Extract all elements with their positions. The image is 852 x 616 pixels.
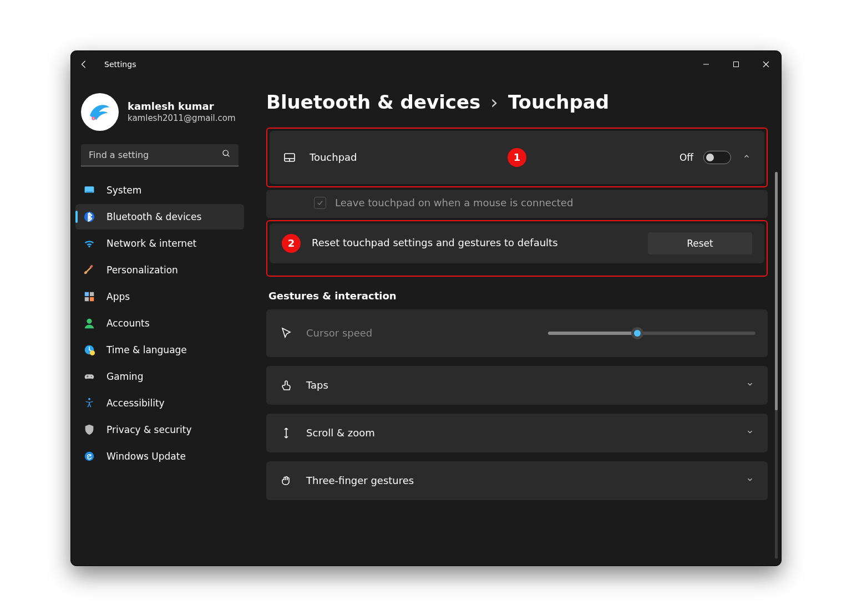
leave-touchpad-on-label: Leave touchpad on when a mouse is connec… (335, 197, 573, 208)
bluetooth-icon (82, 211, 97, 223)
three-finger-label: Three-finger gestures (306, 475, 732, 486)
chevron-up-icon[interactable] (741, 152, 752, 162)
shield-icon (82, 424, 97, 436)
scroll-zoom-icon (278, 426, 294, 440)
scroll-zoom-card[interactable]: Scroll & zoom (266, 414, 768, 452)
profile-name: kamlesh kumar (128, 100, 236, 112)
wifi-icon (82, 237, 97, 250)
sidebar-item-label: Gaming (106, 371, 143, 382)
cursor-icon (278, 327, 294, 340)
svg-rect-9 (86, 191, 93, 192)
sidebar-item-gaming[interactable]: Gaming (75, 364, 244, 389)
slider-thumb[interactable] (631, 327, 643, 339)
app-title: Settings (104, 60, 136, 69)
reset-card: 2 Reset touchpad settings and gestures t… (270, 223, 764, 263)
titlebar: Settings (71, 51, 781, 78)
tap-icon (278, 379, 294, 392)
sidebar-item-bluetooth-devices[interactable]: Bluetooth & devices (75, 204, 244, 230)
chevron-down-icon (744, 380, 755, 390)
svg-point-18 (90, 350, 95, 355)
scroll-zoom-label: Scroll & zoom (306, 427, 732, 439)
sidebar-item-time-language[interactable]: Time & language (75, 337, 244, 363)
cursor-speed-label: Cursor speed (306, 327, 514, 339)
monitor-icon (82, 184, 97, 196)
search-input[interactable] (89, 150, 222, 160)
sidebar-item-label: Personalization (106, 264, 178, 276)
sidebar-item-accessibility[interactable]: Accessibility (75, 390, 244, 416)
accessibility-icon (82, 397, 97, 409)
sidebar-item-network[interactable]: Network & internet (75, 231, 244, 256)
sidebar-item-label: Bluetooth & devices (106, 211, 201, 222)
person-icon (82, 317, 97, 329)
reset-button[interactable]: Reset (648, 232, 752, 254)
sidebar-item-accounts[interactable]: Accounts (75, 310, 244, 336)
svg-rect-21 (87, 375, 88, 377)
toggle-state-text: Off (679, 152, 693, 163)
profile-email: kamlesh2011@gmail.com (128, 113, 236, 123)
maximize-button[interactable] (721, 51, 751, 78)
back-button[interactable] (71, 51, 98, 78)
taps-label: Taps (306, 379, 732, 391)
sidebar-item-system[interactable]: System (75, 177, 244, 203)
annotation-box-2: 2 Reset touchpad settings and gestures t… (266, 220, 768, 277)
brush-icon (82, 264, 97, 276)
cursor-speed-card: Cursor speed (266, 309, 768, 357)
sidebar-item-label: System (106, 185, 141, 196)
sidebar-item-label: Accounts (106, 318, 150, 329)
sidebar-item-label: Windows Update (106, 451, 186, 462)
svg-rect-0 (703, 64, 709, 64)
gamepad-icon (82, 370, 97, 383)
update-icon (82, 450, 97, 462)
clock-globe-icon (82, 344, 97, 356)
svg-point-19 (91, 375, 92, 376)
three-finger-icon (278, 474, 294, 487)
sidebar-item-apps[interactable]: Apps (75, 284, 244, 309)
scrollbar-handle[interactable] (775, 172, 778, 410)
avatar (81, 93, 119, 131)
window-controls (691, 51, 781, 78)
reset-label: Reset touchpad settings and gestures to … (312, 236, 637, 250)
scrollbar[interactable] (775, 172, 778, 559)
sidebar-item-label: Apps (106, 291, 130, 302)
profile-block[interactable]: kamlesh kumar kamlesh2011@gmail.com (71, 80, 248, 144)
svg-rect-13 (90, 292, 94, 296)
search-box[interactable] (81, 144, 239, 166)
svg-rect-1 (734, 62, 739, 67)
breadcrumb-parent[interactable]: Bluetooth & devices (266, 91, 480, 113)
settings-window: Settings (71, 51, 781, 566)
cursor-speed-slider[interactable] (548, 332, 755, 335)
search-icon (222, 149, 231, 160)
touchpad-card: Touchpad 1 Off (270, 131, 764, 184)
gestures-section-title: Gestures & interaction (268, 290, 768, 302)
annotation-badge-1: 1 (508, 148, 526, 167)
apps-icon (82, 291, 97, 303)
minimize-button[interactable] (691, 51, 721, 78)
close-button[interactable] (751, 51, 781, 78)
main-content: Bluetooth & devices › Touchpad Touchpad (248, 78, 781, 566)
touchpad-toggle-row[interactable]: Touchpad 1 Off (270, 131, 764, 184)
annotation-badge-2: 2 (282, 234, 301, 253)
svg-point-23 (85, 451, 94, 461)
sidebar-item-personalization[interactable]: Personalization (75, 257, 244, 283)
three-finger-card[interactable]: Three-finger gestures (266, 461, 768, 500)
page-title: Touchpad (508, 91, 609, 113)
svg-rect-12 (85, 292, 89, 296)
sidebar-item-label: Privacy & security (106, 424, 192, 435)
svg-point-16 (87, 318, 92, 323)
svg-point-22 (88, 398, 90, 400)
annotation-box-1: Touchpad 1 Off (266, 128, 768, 187)
svg-point-4 (93, 118, 94, 119)
touchpad-label: Touchpad (310, 151, 667, 163)
touchpad-suboptions: Leave touchpad on when a mouse is connec… (266, 190, 768, 218)
sidebar-item-label: Network & internet (106, 238, 196, 249)
sidebar-item-windows-update[interactable]: Windows Update (75, 444, 244, 469)
leave-touchpad-on-checkbox[interactable] (314, 197, 326, 209)
nav: System Bluetooth & devices Network & int… (71, 173, 248, 474)
leave-touchpad-on-row[interactable]: Leave touchpad on when a mouse is connec… (266, 190, 768, 218)
touchpad-toggle[interactable] (703, 151, 731, 164)
taps-card[interactable]: Taps (266, 366, 768, 405)
sidebar-item-label: Accessibility (106, 398, 165, 409)
breadcrumb-separator: › (490, 91, 498, 113)
breadcrumb: Bluetooth & devices › Touchpad (266, 91, 768, 113)
sidebar-item-privacy-security[interactable]: Privacy & security (75, 417, 244, 442)
